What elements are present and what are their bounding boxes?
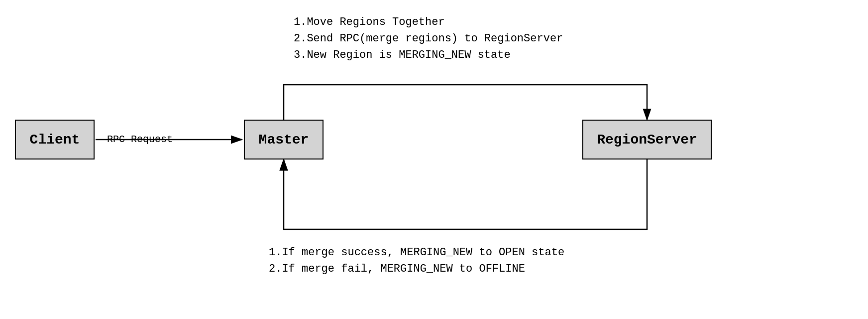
diagram-container: 1.Move Regions Together 2.Send RPC(merge… (0, 0, 868, 319)
top-annotation: 1.Move Regions Together 2.Send RPC(merge… (294, 14, 563, 63)
bottom-annotation: 1.If merge success, MERGING_NEW to OPEN … (269, 244, 564, 277)
regionserver-to-master-arrow (284, 160, 647, 229)
region-server-node: RegionServer (582, 120, 712, 160)
master-node: Master (244, 120, 324, 160)
master-to-regionserver-arrow (284, 85, 647, 120)
client-node: Client (15, 120, 95, 160)
rpc-request-label: RPC Request (107, 132, 173, 147)
